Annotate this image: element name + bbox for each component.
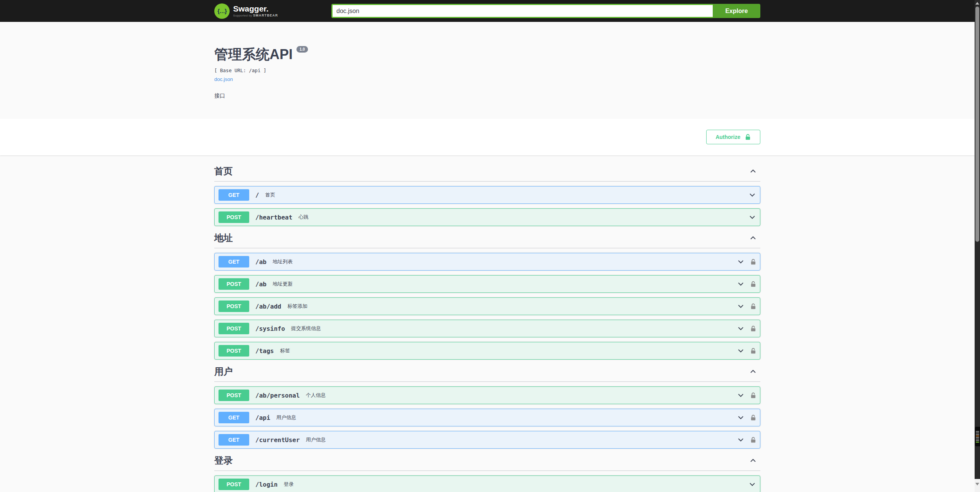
method-badge: GET xyxy=(219,434,249,446)
chevron-down-icon[interactable] xyxy=(737,258,745,266)
lock-icon[interactable] xyxy=(750,281,757,288)
scrollbar-thumb[interactable] xyxy=(975,7,979,242)
operation-row[interactable]: GET /api 用户信息 xyxy=(214,409,760,426)
operation-summary: 用户信息 xyxy=(276,414,296,421)
api-section: 地址 GET /ab 地址列表 xyxy=(214,231,760,360)
topbar: {…} Swagger. Supported by SMARTBEAR Expl… xyxy=(0,0,975,22)
operation-summary: 标签添加 xyxy=(287,303,307,310)
method-badge: POST xyxy=(219,211,249,223)
section-title: 首页 xyxy=(214,165,233,177)
method-badge: POST xyxy=(219,390,249,401)
widget-stripe xyxy=(976,436,979,436)
operation-row[interactable]: POST /login 登录 xyxy=(214,475,760,492)
swagger-page: {…} Swagger. Supported by SMARTBEAR Expl… xyxy=(0,0,975,492)
operation-summary: 首页 xyxy=(265,192,275,198)
section-header[interactable]: 地址 xyxy=(214,231,760,248)
operation-row[interactable]: POST /tags 标签 xyxy=(214,342,760,360)
chevron-down-icon[interactable] xyxy=(737,436,745,444)
lock-icon[interactable] xyxy=(750,325,757,332)
swagger-logo-icon: {…} xyxy=(214,3,230,19)
info-section: 管理系统API 1.0 [ Base URL: /api ] doc.json … xyxy=(0,22,975,119)
api-section: 用户 POST /ab/personal 个人信息 xyxy=(214,365,760,449)
lock-icon[interactable] xyxy=(750,392,757,399)
section-title: 登录 xyxy=(214,454,233,467)
version-badge: 1.0 xyxy=(296,46,308,53)
lock-icon[interactable] xyxy=(750,436,757,444)
method-badge: GET xyxy=(219,256,249,267)
scroll-up-arrow-icon[interactable] xyxy=(975,2,979,5)
section-header[interactable]: 用户 xyxy=(214,365,760,382)
spec-url-input[interactable] xyxy=(331,4,713,18)
chevron-down-icon[interactable] xyxy=(737,391,745,400)
operation-summary: 心跳 xyxy=(298,214,308,221)
operation-row[interactable]: POST /ab/personal 个人信息 xyxy=(214,386,760,404)
method-badge: POST xyxy=(219,300,249,312)
chevron-up-icon[interactable] xyxy=(749,367,757,376)
operation-summary: 地址列表 xyxy=(273,258,293,265)
operation-row[interactable]: GET / 首页 xyxy=(214,186,760,204)
section-rows: GET / 首页 POST /heartbeat 心跳 xyxy=(214,182,760,226)
operation-summary: 用户信息 xyxy=(306,436,326,443)
lock-icon[interactable] xyxy=(750,258,757,266)
base-url: [ Base URL: /api ] xyxy=(214,68,760,73)
operation-row[interactable]: POST /ab 地址更新 xyxy=(214,275,760,293)
operation-row[interactable]: POST /sysinfo 提交系统信息 xyxy=(214,320,760,337)
chevron-down-icon[interactable] xyxy=(748,191,757,199)
unlock-icon xyxy=(745,133,751,141)
operation-summary: 个人信息 xyxy=(306,392,326,399)
chevron-down-icon[interactable] xyxy=(748,213,757,221)
section-title: 地址 xyxy=(214,231,233,244)
overlay-widget xyxy=(975,427,980,446)
lock-icon[interactable] xyxy=(750,347,757,355)
section-title: 用户 xyxy=(214,365,233,378)
operation-row[interactable]: GET /currentUser 用户信息 xyxy=(214,431,760,449)
authorize-label: Authorize xyxy=(715,134,740,140)
authorize-button[interactable]: Authorize xyxy=(706,130,760,144)
operation-path: /login xyxy=(255,481,278,488)
page-title: 管理系统API 1.0 xyxy=(214,45,760,64)
method-badge: POST xyxy=(219,479,249,490)
scrollbar-bottom xyxy=(975,479,980,492)
logo-title: Swagger. xyxy=(233,5,278,13)
chevron-down-icon[interactable] xyxy=(737,324,745,333)
operation-row[interactable]: POST /heartbeat 心跳 xyxy=(214,208,760,226)
method-badge: POST xyxy=(219,345,249,357)
operation-path: /ab xyxy=(255,258,267,266)
operation-row[interactable]: GET /ab 地址列表 xyxy=(214,253,760,271)
chevron-down-icon[interactable] xyxy=(737,413,745,422)
explore-button[interactable]: Explore xyxy=(713,4,760,18)
chevron-down-icon[interactable] xyxy=(737,347,745,355)
operation-path: / xyxy=(255,192,259,199)
chevron-down-icon[interactable] xyxy=(737,280,745,288)
method-badge: GET xyxy=(219,189,249,201)
swagger-logo[interactable]: {…} Swagger. Supported by SMARTBEAR xyxy=(214,3,278,19)
section-header[interactable]: 首页 xyxy=(214,165,760,182)
logo-tagline: Supported by SMARTBEAR xyxy=(233,14,278,17)
widget-stripe xyxy=(976,440,979,441)
scroll-down-arrow-icon[interactable] xyxy=(975,483,979,485)
spec-link[interactable]: doc.json xyxy=(214,76,233,82)
scheme-container: Authorize xyxy=(0,119,975,155)
section-rows: POST /login 登录 POST /login/outLogin 退出登录 xyxy=(214,471,760,492)
operation-row[interactable]: POST /ab/add 标签添加 xyxy=(214,297,760,315)
lock-icon[interactable] xyxy=(750,414,757,421)
chevron-up-icon[interactable] xyxy=(749,234,757,242)
chevron-up-icon[interactable] xyxy=(749,167,757,175)
chevron-up-icon[interactable] xyxy=(749,456,757,465)
section-rows: POST /ab/personal 个人信息 GET /api 用户信息 xyxy=(214,382,760,449)
widget-stripe xyxy=(976,434,979,435)
spec-url-form: Explore xyxy=(331,4,760,18)
operation-path: /api xyxy=(255,414,270,421)
operation-summary: 提交系统信息 xyxy=(291,325,321,332)
section-rows: GET /ab 地址列表 POST /ab 地址更新 xyxy=(214,248,760,360)
chevron-down-icon[interactable] xyxy=(737,302,745,310)
operations-list: 首页 GET / 首页 PO xyxy=(214,155,760,492)
browser-scrollbar[interactable] xyxy=(975,0,980,492)
widget-stripe xyxy=(976,433,979,433)
chevron-down-icon[interactable] xyxy=(748,480,757,489)
api-section: 首页 GET / 首页 PO xyxy=(214,165,760,226)
widget-stripe xyxy=(976,442,979,442)
lock-icon[interactable] xyxy=(750,303,757,310)
section-header[interactable]: 登录 xyxy=(214,454,760,471)
operation-path: /ab/add xyxy=(255,303,281,310)
